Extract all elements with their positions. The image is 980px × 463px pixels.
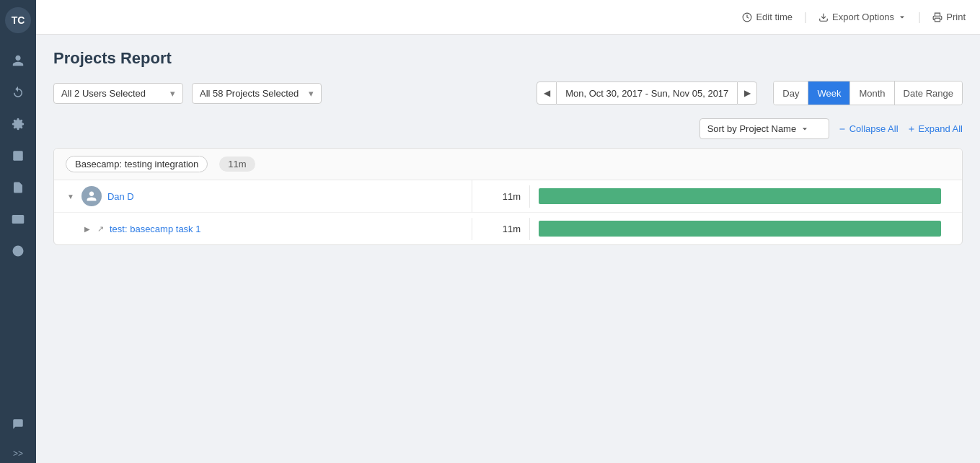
svg-point-2 bbox=[15, 153, 17, 154]
page-title: Projects Report bbox=[53, 49, 963, 68]
week-period-button[interactable]: Week bbox=[808, 81, 850, 105]
task-bar-fill bbox=[539, 221, 941, 237]
print-button[interactable]: Print bbox=[932, 12, 966, 22]
row-collapse-button[interactable]: ▼ bbox=[66, 193, 76, 200]
main-content: Edit time | Export Options | Print Proje… bbox=[36, 0, 980, 463]
table-row: ▶ ↗ test: basecamp task 1 11m bbox=[54, 213, 962, 244]
chat-icon[interactable] bbox=[5, 411, 31, 437]
users-filter[interactable]: All 2 Users Selected ▾ bbox=[53, 83, 183, 104]
svg-rect-5 bbox=[12, 215, 25, 224]
reports-icon[interactable] bbox=[5, 175, 31, 200]
date-range-display: Mon, Oct 30, 2017 - Sun, Nov 05, 2017 bbox=[557, 81, 737, 105]
next-date-button[interactable]: ▶ bbox=[737, 81, 757, 105]
topbar: Edit time | Export Options | Print bbox=[36, 0, 980, 35]
sort-row: Sort by Project Name Collapse All Expand… bbox=[53, 118, 963, 139]
svg-rect-11 bbox=[935, 18, 940, 22]
sidebar: TC >> bbox=[0, 0, 36, 463]
export-options-button[interactable]: Export Options bbox=[818, 12, 906, 22]
photos-icon[interactable] bbox=[5, 143, 31, 169]
task-name[interactable]: test: basecamp task 1 bbox=[110, 224, 200, 234]
edit-time-button[interactable]: Edit time bbox=[742, 12, 793, 22]
projects-filter-chevron: ▾ bbox=[309, 88, 314, 99]
sidebar-expand-button[interactable]: >> bbox=[9, 444, 27, 463]
user-bar bbox=[530, 188, 962, 204]
app-logo[interactable]: TC bbox=[5, 7, 31, 33]
user-bar-fill bbox=[539, 188, 941, 204]
date-range-period-button[interactable]: Date Range bbox=[895, 81, 962, 105]
users-icon[interactable] bbox=[5, 48, 31, 74]
projects-filter[interactable]: All 58 Projects Selected ▾ bbox=[192, 83, 322, 104]
time-back-icon[interactable] bbox=[5, 79, 31, 105]
report-card: Basecamp: testing integration 11m ▼ Dan … bbox=[53, 148, 963, 245]
period-buttons: Day Week Month Date Range bbox=[773, 81, 963, 105]
task-expand-button[interactable]: ▶ bbox=[83, 225, 92, 233]
project-time-badge: 11m bbox=[219, 156, 255, 172]
external-link-icon: ↗ bbox=[97, 224, 104, 234]
collapse-all-button[interactable]: Collapse All bbox=[838, 123, 899, 134]
user-row-label: ▼ Dan D bbox=[54, 180, 472, 212]
month-period-button[interactable]: Month bbox=[850, 81, 894, 105]
user-time: 11m bbox=[472, 185, 530, 208]
integrations-icon[interactable] bbox=[5, 111, 31, 137]
project-header: Basecamp: testing integration 11m bbox=[54, 149, 962, 180]
task-bar bbox=[530, 221, 962, 237]
card-icon[interactable] bbox=[5, 206, 31, 232]
users-filter-chevron: ▾ bbox=[170, 88, 175, 99]
avatar bbox=[81, 186, 102, 206]
sort-dropdown[interactable]: Sort by Project Name bbox=[699, 118, 829, 139]
filters-row: All 2 Users Selected ▾ All 58 Projects S… bbox=[53, 81, 963, 105]
help-icon[interactable] bbox=[5, 238, 31, 264]
date-navigator: ◀ Mon, Oct 30, 2017 - Sun, Nov 05, 2017 … bbox=[537, 81, 757, 105]
content-area: Projects Report All 2 Users Selected ▾ A… bbox=[36, 35, 980, 463]
expand-all-button[interactable]: Expand All bbox=[907, 123, 963, 134]
prev-date-button[interactable]: ◀ bbox=[537, 81, 557, 105]
task-row-label: ▶ ↗ test: basecamp task 1 bbox=[54, 218, 472, 240]
task-time: 11m bbox=[472, 218, 530, 240]
project-name-tag: Basecamp: testing integration bbox=[66, 156, 208, 172]
table-row: ▼ Dan D 11m bbox=[54, 180, 962, 213]
day-period-button[interactable]: Day bbox=[774, 81, 808, 105]
user-name: Dan D bbox=[107, 191, 134, 202]
